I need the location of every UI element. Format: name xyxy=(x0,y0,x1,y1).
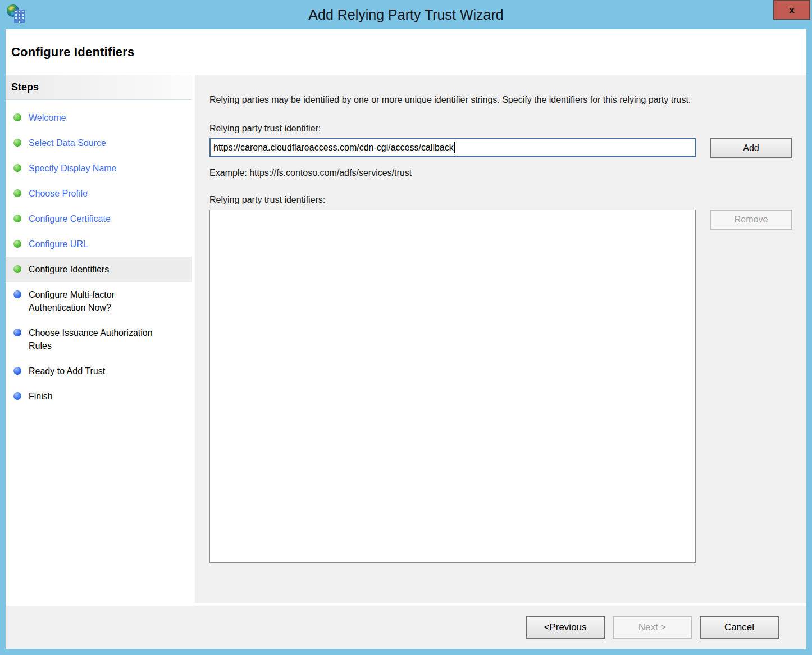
step-current-dot-icon xyxy=(13,265,21,273)
text-caret xyxy=(454,142,455,153)
step-completed-dot-icon xyxy=(13,113,21,121)
titlebar: Add Relying Party Trust Wizard x xyxy=(0,0,812,29)
step-configure-mfa: Configure Multi-factor Authentication No… xyxy=(6,282,192,320)
identifier-input-label: Relying party trust identifier: xyxy=(209,124,794,134)
steps-header: Steps xyxy=(6,75,192,100)
step-configure-url: Configure URL xyxy=(6,231,192,257)
step-specify-display-name: Specify Display Name xyxy=(6,156,192,181)
step-upcoming-dot-icon xyxy=(13,329,21,336)
main-panel: Relying parties may be identified by one… xyxy=(195,75,806,603)
step-upcoming-dot-icon xyxy=(13,392,21,400)
step-upcoming-dot-icon xyxy=(13,290,21,298)
step-configure-identifiers: Configure Identifiers xyxy=(6,257,192,282)
identifier-input[interactable]: https://carena.cloudflareaccess.com/cdn-… xyxy=(209,138,696,157)
close-icon: x xyxy=(789,4,795,16)
close-button[interactable]: x xyxy=(773,0,810,20)
description-text: Relying parties may be identified by one… xyxy=(209,92,722,107)
step-ready-to-add-trust: Ready to Add Trust xyxy=(6,358,192,384)
step-completed-dot-icon xyxy=(13,215,21,222)
step-upcoming-dot-icon xyxy=(13,367,21,375)
remove-button[interactable]: Remove xyxy=(710,210,792,230)
step-completed-dot-icon xyxy=(13,164,21,172)
step-completed-dot-icon xyxy=(13,240,21,248)
add-button[interactable]: Add xyxy=(710,138,792,158)
footer-button-bar: < Previous Next > Cancel xyxy=(6,606,806,649)
step-select-data-source: Select Data Source xyxy=(6,130,192,156)
window-title: Add Relying Party Trust Wizard xyxy=(0,7,812,23)
previous-button[interactable]: < Previous xyxy=(526,616,605,639)
identifiers-list-label: Relying party trust identifiers: xyxy=(209,195,794,205)
wizard-window: Add Relying Party Trust Wizard x Configu… xyxy=(0,0,812,655)
step-completed-dot-icon xyxy=(13,139,21,147)
step-choose-issuance-rules: Choose Issuance Authorization Rules xyxy=(6,320,192,358)
step-choose-profile: Choose Profile xyxy=(6,181,192,206)
steps-sidebar: Steps Welcome Select Data Source Specify… xyxy=(6,75,192,603)
steps-list: Welcome Select Data Source Specify Displ… xyxy=(6,105,192,409)
step-configure-certificate: Configure Certificate xyxy=(6,206,192,231)
identifiers-listbox[interactable] xyxy=(209,210,696,563)
step-welcome: Welcome xyxy=(6,105,192,130)
steps-title: Steps xyxy=(11,81,39,93)
header-band: Configure Identifiers xyxy=(6,29,806,75)
step-completed-dot-icon xyxy=(13,189,21,197)
cancel-button[interactable]: Cancel xyxy=(700,616,779,639)
step-finish: Finish xyxy=(6,384,192,409)
example-text: Example: https://fs.contoso.com/adfs/ser… xyxy=(209,168,794,178)
content: Steps Welcome Select Data Source Specify… xyxy=(6,75,806,603)
next-button[interactable]: Next > xyxy=(613,616,692,639)
identifier-input-value: https://carena.cloudflareaccess.com/cdn-… xyxy=(213,143,454,153)
page-title: Configure Identifiers xyxy=(11,45,134,60)
